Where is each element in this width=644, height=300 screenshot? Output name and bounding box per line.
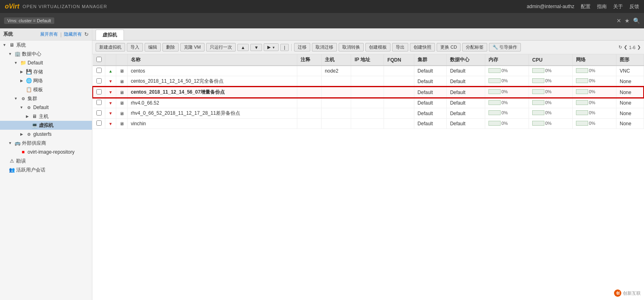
- sidebar-refresh-icon[interactable]: ↻: [84, 31, 89, 37]
- row-checkbox[interactable]: [93, 98, 105, 108]
- tab-bar: 虚拟机: [92, 28, 644, 41]
- table-row[interactable]: ▼ 🖥 centos_2018_11_12_14_50_12完全备份点 Defa…: [93, 76, 644, 87]
- row-vmtype-icon: 🖥: [116, 119, 127, 129]
- toggle-default-cluster[interactable]: ▼: [19, 105, 24, 110]
- about-link[interactable]: 关于: [613, 3, 623, 10]
- btn-boot-ops[interactable]: 🔧 引导操作: [489, 43, 521, 51]
- default-dc-icon: 📁: [20, 60, 26, 66]
- btn-clone-vm[interactable]: 克隆 VM: [180, 43, 205, 51]
- btn-delete[interactable]: 删除: [162, 43, 179, 51]
- prev-icon[interactable]: ❮: [624, 45, 627, 50]
- row-vmtype-icon: 🖥: [116, 66, 127, 76]
- btn-migrate[interactable]: 迁移: [294, 43, 310, 51]
- sidebar-tree: ▼ 🖥 系统 ▼ 🏢 数据中心 ▼ 📁 Default ▶ 💾 存储: [0, 41, 92, 174]
- search-icon[interactable]: 🔍: [633, 17, 640, 24]
- row-name[interactable]: vinchin: [127, 119, 297, 129]
- btn-create-snapshot[interactable]: 创建快照: [410, 43, 435, 51]
- btn-create-template[interactable]: 创建模板: [365, 43, 390, 51]
- btn-export[interactable]: 导出: [392, 43, 408, 51]
- btn-change-cd[interactable]: 更换 CD: [437, 43, 461, 51]
- row-name[interactable]: centos_2018_11_12_14_50_12完全备份点: [127, 76, 297, 87]
- next-icon[interactable]: ❯: [637, 45, 641, 50]
- sidebar-item-host[interactable]: ▶ 🖥 主机: [0, 112, 92, 121]
- bookmark-icon[interactable]: ★: [625, 17, 630, 24]
- table-row[interactable]: ▲ 🖥 centos node2 Default Default 0% 0% 0…: [93, 66, 644, 76]
- sidebar-item-sessions[interactable]: ▶ 👥 活跃用户会话: [0, 165, 92, 174]
- tab-vm[interactable]: 虚拟机: [96, 30, 124, 40]
- row-checkbox[interactable]: [93, 119, 105, 129]
- toggle-glusterfs[interactable]: ▶: [19, 131, 24, 137]
- sidebar-item-external[interactable]: ▼ 🚌 外部供应商: [0, 139, 92, 148]
- row-checkbox[interactable]: [93, 108, 105, 119]
- toggle-cluster[interactable]: ▼: [13, 96, 19, 101]
- col-host[interactable]: 主机: [321, 54, 351, 66]
- btn-assign-tag[interactable]: 分配标签: [462, 43, 487, 51]
- table-row[interactable]: ▼ 🖥 centos_2018_11_12_14_56_07增量备份点 Defa…: [93, 87, 644, 98]
- toggle-storage[interactable]: ▶: [19, 69, 24, 75]
- toolbar-pagination: ↻ ❮ 1-6 ❯: [618, 45, 641, 50]
- col-cpu[interactable]: CPU: [529, 54, 573, 66]
- sidebar-item-datacenter[interactable]: ▼ 🏢 数据中心: [0, 49, 92, 58]
- col-datacenter[interactable]: 数据中心: [447, 54, 485, 66]
- refresh-icon[interactable]: ↻: [618, 45, 622, 50]
- sidebar-item-storage[interactable]: ▶ 💾 存储: [0, 67, 92, 76]
- sidebar-item-default-cluster[interactable]: ▼ ⚙ Default: [0, 103, 92, 112]
- toggle-default-dc[interactable]: ▼: [13, 60, 19, 66]
- toggle-network[interactable]: ▶: [19, 78, 24, 84]
- row-checkbox[interactable]: [93, 87, 105, 98]
- table-row[interactable]: ▼ 🖥 vinchin Default Default 0% 0% 0% Non…: [93, 119, 644, 129]
- table-row[interactable]: ▼ 🖥 rhv4_0_66_52_2018_11_12_17_28_11差异备份…: [93, 108, 644, 119]
- row-checkbox[interactable]: [93, 76, 105, 87]
- user-menu[interactable]: admin@internal-authz: [527, 4, 574, 9]
- btn-edit[interactable]: 编辑: [145, 43, 161, 51]
- sidebar-item-ovirt-repo[interactable]: ▶ ■ ovirt-image-repository: [0, 148, 92, 156]
- sidebar-item-errata[interactable]: ▶ ⚠ 勘误: [0, 156, 92, 165]
- sidebar-item-template[interactable]: ▶ 📋 模板: [0, 85, 92, 94]
- sidebar-item-default-dc[interactable]: ▼ 📁 Default: [0, 58, 92, 67]
- col-name[interactable]: 名称: [127, 54, 297, 66]
- collapse-all-link[interactable]: 隐藏所有: [64, 31, 82, 37]
- btn-arrow-options[interactable]: |: [280, 44, 289, 51]
- col-network[interactable]: 网络: [573, 54, 616, 66]
- col-memory[interactable]: 内存: [485, 54, 529, 66]
- col-fqdn[interactable]: FQDN: [384, 54, 414, 66]
- col-checkbox[interactable]: [93, 54, 105, 66]
- row-name[interactable]: centos: [127, 66, 297, 76]
- search-input[interactable]: [57, 18, 614, 24]
- select-all-checkbox[interactable]: [96, 57, 102, 62]
- btn-import[interactable]: 导入: [127, 43, 143, 51]
- expand-all-link[interactable]: 展开所有: [40, 31, 58, 37]
- col-comment[interactable]: 注释: [297, 54, 322, 66]
- col-cluster[interactable]: 集群: [414, 54, 446, 66]
- guide-link[interactable]: 指南: [597, 3, 607, 10]
- row-name[interactable]: rhv4_0_66_52_2018_11_12_17_28_11差异备份点: [127, 108, 297, 119]
- config-link[interactable]: 配置: [581, 3, 591, 10]
- row-checkbox[interactable]: [93, 66, 105, 76]
- btn-run-up[interactable]: ▲: [237, 44, 249, 51]
- btn-new-vm[interactable]: 新建虚拟机: [96, 43, 125, 51]
- col-graphics[interactable]: 图形: [616, 54, 644, 66]
- sidebar-item-glusterfs[interactable]: ▶ ⚙ glusterfs: [0, 130, 92, 139]
- search-filter-tag[interactable]: Vms: cluster = Default: [4, 17, 54, 24]
- btn-cancel-migrate[interactable]: 取消迁移: [312, 43, 337, 51]
- table-row[interactable]: ▼ 🖥 rhv4.0_66.52 Default Default 0% 0% 0…: [93, 98, 644, 108]
- sidebar-item-network[interactable]: ▶ 🌐 网络: [0, 76, 92, 85]
- btn-cancel-convert[interactable]: 取消转换: [339, 43, 364, 51]
- btn-run-arrow[interactable]: ▶ ▼: [264, 43, 279, 51]
- sidebar-item-cluster[interactable]: ▼ ⚙ 集群: [0, 94, 92, 103]
- btn-run-once[interactable]: 只运行一次: [206, 43, 236, 51]
- sidebar-item-system[interactable]: ▼ 🖥 系统: [0, 41, 92, 49]
- toggle-datacenter[interactable]: ▼: [7, 51, 13, 57]
- toggle-external[interactable]: ▼: [7, 140, 13, 146]
- col-ip[interactable]: IP 地址: [351, 54, 384, 66]
- row-host: [321, 87, 351, 98]
- row-name[interactable]: rhv4.0_66.52: [127, 98, 297, 108]
- feedback-link[interactable]: 反馈: [629, 3, 639, 10]
- row-name[interactable]: centos_2018_11_12_14_56_07增量备份点: [127, 87, 297, 98]
- errata-icon: ⚠: [9, 158, 15, 164]
- toggle-host[interactable]: ▶: [24, 114, 30, 119]
- sidebar-item-vm[interactable]: ▶ 💻 虚拟机: [0, 121, 92, 130]
- clear-search-icon[interactable]: ✕: [616, 17, 621, 24]
- toggle-system[interactable]: ▼: [2, 42, 7, 48]
- btn-run-down[interactable]: ▼: [250, 44, 262, 51]
